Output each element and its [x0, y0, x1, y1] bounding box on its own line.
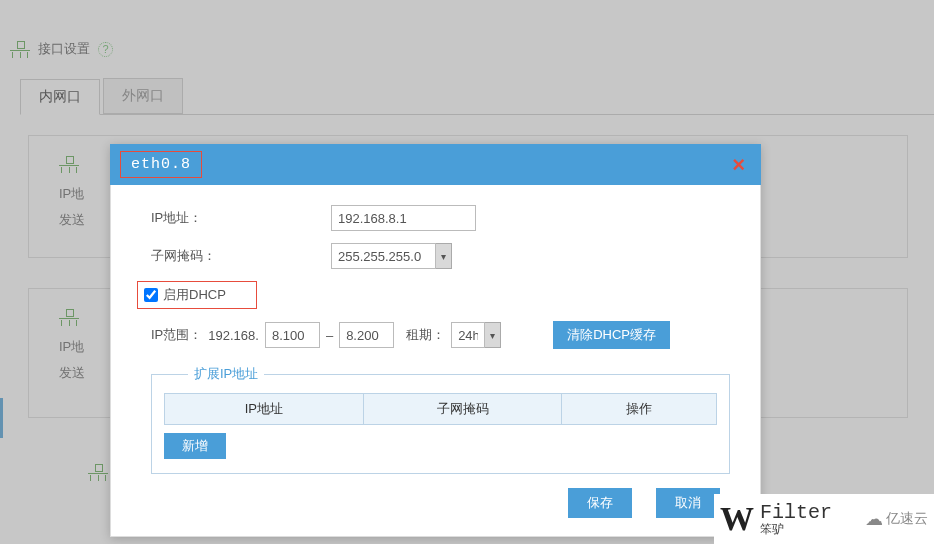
range-dash: – — [326, 328, 333, 343]
ip-input[interactable] — [331, 205, 476, 231]
save-button[interactable]: 保存 — [568, 488, 632, 518]
chevron-down-icon[interactable]: ▾ — [436, 243, 452, 269]
enable-dhcp-label: 启用DHCP — [163, 286, 226, 304]
extended-ip-table: IP地址 子网掩码 操作 — [164, 393, 717, 425]
lease-select[interactable] — [451, 322, 485, 348]
ip-range-label: IP范围： — [151, 326, 202, 344]
mask-label: 子网掩码： — [151, 247, 231, 265]
ip-range-from[interactable] — [265, 322, 320, 348]
mask-select[interactable] — [331, 243, 436, 269]
close-icon[interactable]: × — [726, 152, 751, 178]
chevron-down-icon[interactable]: ▾ — [485, 322, 501, 348]
brand-watermark: W Filter 笨驴 ☁ 亿速云 — [714, 494, 934, 544]
modal-title: eth0.8 — [120, 151, 202, 178]
brand-cn: 笨驴 — [760, 523, 832, 535]
brand-filter: Filter — [760, 503, 832, 523]
col-ip: IP地址 — [165, 394, 364, 425]
col-mask: 子网掩码 — [363, 394, 562, 425]
ip-range-prefix: 192.168. — [208, 328, 259, 343]
enable-dhcp-checkbox[interactable] — [144, 288, 158, 302]
brand-w-logo: W — [720, 502, 754, 536]
enable-dhcp-wrap[interactable]: 启用DHCP — [137, 281, 257, 309]
col-ops: 操作 — [562, 394, 717, 425]
interface-edit-modal: eth0.8 × IP地址： 子网掩码： ▾ 启用DHCP IP范围： 192.… — [110, 144, 761, 537]
add-ip-button[interactable]: 新增 — [164, 433, 226, 459]
ip-label: IP地址： — [151, 209, 231, 227]
clear-dhcp-cache-button[interactable]: 清除DHCP缓存 — [553, 321, 670, 349]
cloud-icon: ☁ — [865, 508, 883, 530]
extended-ip-fieldset: 扩展IP地址 IP地址 子网掩码 操作 新增 — [151, 365, 730, 474]
brand-cloud: 亿速云 — [886, 510, 928, 528]
cancel-button[interactable]: 取消 — [656, 488, 720, 518]
lease-label: 租期： — [406, 326, 445, 344]
extended-ip-legend: 扩展IP地址 — [188, 365, 264, 383]
ip-range-to[interactable] — [339, 322, 394, 348]
